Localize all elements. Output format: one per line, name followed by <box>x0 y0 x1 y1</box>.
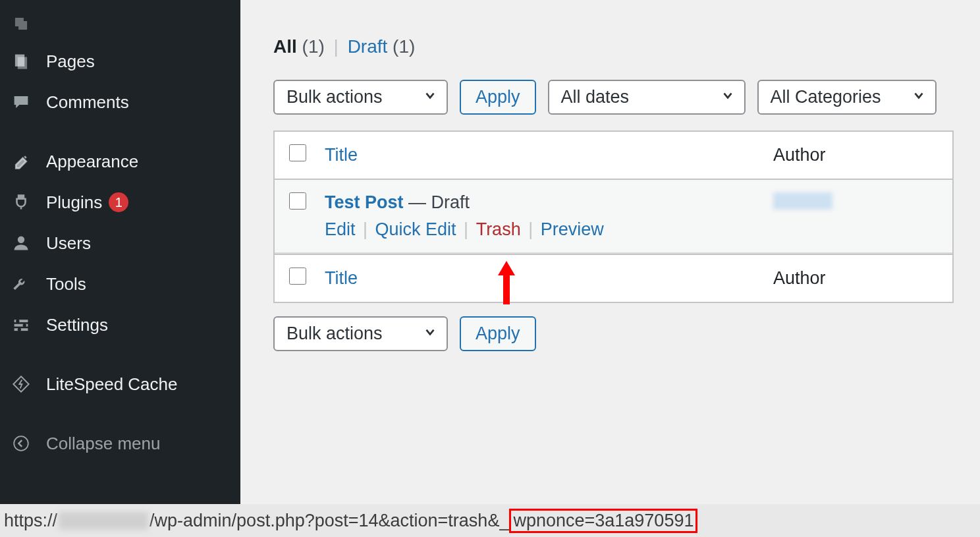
table-footer: Title Author <box>275 254 952 302</box>
row-author-cell <box>773 192 938 240</box>
browser-statusbar: https:///wp-admin/post.php?post=14&actio… <box>0 504 980 537</box>
action-trash[interactable]: Trash <box>476 219 521 239</box>
sidebar-item-comments[interactable]: Comments <box>0 82 240 123</box>
litespeed-icon <box>11 374 32 395</box>
pages-icon <box>11 51 32 72</box>
apply-bulk-button[interactable]: Apply <box>460 80 536 115</box>
author-name-redacted <box>773 192 832 210</box>
users-icon <box>11 233 32 254</box>
filter-draft-count: (1) <box>393 36 415 57</box>
categories-filter-select[interactable]: All Categories <box>757 80 937 115</box>
row-actions: Edit | Quick Edit | Trash | Preview <box>325 219 773 240</box>
tablenav-bottom: Bulk actions Apply <box>273 316 954 351</box>
select-all-checkbox-top[interactable] <box>289 144 325 166</box>
status-nonce-highlighted: wpnonce=3a1a970591 <box>509 509 697 533</box>
admin-sidebar: Pages Comments Appearance Plugins 1 User… <box>0 0 240 537</box>
row-title-cell: Test Post — Draft <box>325 192 773 213</box>
sidebar-collapse-menu[interactable]: Collapse menu <box>0 423 240 464</box>
sidebar-item-label: Collapse menu <box>46 434 160 454</box>
appearance-icon <box>11 151 32 172</box>
sidebar-item-label: Appearance <box>46 152 138 172</box>
dates-filter-label: All dates <box>561 87 630 107</box>
sidebar-item-label: LiteSpeed Cache <box>46 374 177 395</box>
dates-filter-select[interactable]: All dates <box>548 80 746 115</box>
bulk-actions-label: Bulk actions <box>286 87 383 107</box>
collapse-icon <box>11 433 32 454</box>
svg-point-8 <box>18 328 21 331</box>
post-title-link[interactable]: Test Post <box>325 192 404 212</box>
tools-icon <box>11 273 32 295</box>
status-url-domain-redacted <box>59 512 148 530</box>
plugin-update-badge: 1 <box>109 192 128 212</box>
status-nonce-underscore: _ <box>499 511 509 531</box>
chevron-down-icon <box>912 87 926 107</box>
chevron-down-icon <box>423 324 437 344</box>
settings-icon <box>11 314 32 335</box>
sidebar-item-label: Comments <box>46 92 129 113</box>
comments-icon <box>11 92 32 113</box>
chevron-down-icon <box>721 87 735 107</box>
sidebar-item-settings[interactable]: Settings <box>0 304 240 345</box>
plugins-icon <box>11 192 32 213</box>
annotation-arrow <box>497 261 516 313</box>
table-header: Title Author <box>275 132 952 180</box>
sidebar-item-label: Tools <box>46 274 86 295</box>
svg-point-7 <box>23 324 26 327</box>
table-row: Test Post — Draft Edit | Quick Edit | Tr… <box>275 180 952 254</box>
filter-draft[interactable]: Draft <box>348 36 388 57</box>
chevron-down-icon <box>423 87 437 107</box>
posts-table: Title Author Test Post — Draft Edit | Qu… <box>273 130 954 303</box>
bulk-actions-label-bottom: Bulk actions <box>286 324 383 344</box>
tablenav-top: Bulk actions Apply All dates All Categor… <box>273 80 954 115</box>
svg-point-9 <box>14 436 28 451</box>
media-icon <box>11 13 32 34</box>
sidebar-item-pages[interactable]: Pages <box>0 41 240 82</box>
sidebar-item-label: Users <box>46 233 91 254</box>
sidebar-item-tools[interactable]: Tools <box>0 264 240 304</box>
action-preview[interactable]: Preview <box>541 219 604 239</box>
column-title-footer[interactable]: Title <box>325 268 773 289</box>
sidebar-item-label: Settings <box>46 315 108 335</box>
svg-point-2 <box>18 237 24 243</box>
bulk-actions-select[interactable]: Bulk actions <box>273 80 448 115</box>
svg-rect-1 <box>18 57 27 69</box>
sidebar-item-appearance[interactable]: Appearance <box>0 141 240 182</box>
sidebar-item-label: Plugins <box>46 192 102 213</box>
categories-filter-label: All Categories <box>771 87 881 107</box>
column-author-header[interactable]: Author <box>773 145 938 165</box>
action-edit[interactable]: Edit <box>325 219 356 239</box>
row-select-checkbox[interactable] <box>289 192 325 240</box>
post-status: — Draft <box>404 192 470 212</box>
status-url-path: /wp-admin/post.php?post=14&action=trash& <box>150 511 499 531</box>
status-url-prefix: https:// <box>4 511 57 531</box>
apply-bulk-button-bottom[interactable]: Apply <box>460 316 536 351</box>
action-quick-edit[interactable]: Quick Edit <box>375 219 456 239</box>
column-title-header[interactable]: Title <box>325 145 773 165</box>
main-content: All (1) | Draft (1) Bulk actions Apply A… <box>240 0 980 537</box>
sidebar-item-litespeed[interactable]: LiteSpeed Cache <box>0 364 240 405</box>
sidebar-item-users[interactable]: Users <box>0 223 240 264</box>
select-all-checkbox-bottom[interactable] <box>289 268 325 289</box>
post-filter-links: All (1) | Draft (1) <box>273 36 954 57</box>
column-author-footer[interactable]: Author <box>773 268 938 289</box>
filter-all-count: (1) <box>302 36 325 57</box>
bulk-actions-select-bottom[interactable]: Bulk actions <box>273 316 448 351</box>
sidebar-item-plugins[interactable]: Plugins 1 <box>0 182 240 223</box>
sidebar-item-media-top[interactable] <box>0 13 240 41</box>
filter-all[interactable]: All <box>273 36 297 57</box>
svg-point-6 <box>16 320 19 323</box>
sidebar-item-label: Pages <box>46 51 95 72</box>
